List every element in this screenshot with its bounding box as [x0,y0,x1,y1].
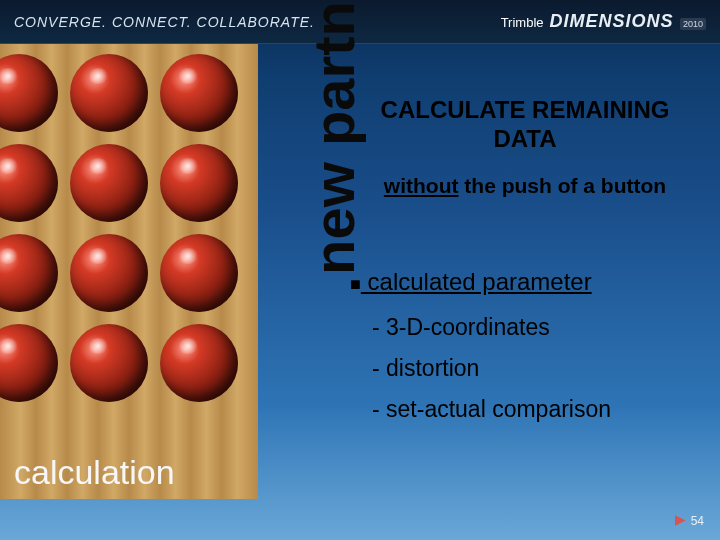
image-caption: calculation [14,453,175,492]
page-number: 54 [675,514,704,528]
square-bullet-icon: ■ [350,274,361,294]
header-logo: Trimble DIMENSIONS 2010 [501,11,706,32]
content-area: CALCULATE REMAINING DATA without the pus… [350,96,700,423]
subheadline: without the push of a button [350,174,700,198]
slide-root: CONVERGE. CONNECT. COLLABORATE. Trimble … [0,0,720,540]
bullet-sub: - set-actual comparison [372,396,700,423]
bullet-sub: - distortion [372,355,700,382]
subhead-rest: the push of a button [459,174,667,197]
logo-year: 2010 [680,18,706,30]
subhead-underlined: without [384,174,459,197]
headline-line2: DATA [493,125,556,152]
logo-brand: Trimble [501,15,544,30]
header-tagline: CONVERGE. CONNECT. COLLABORATE. [14,14,315,30]
headline: CALCULATE REMAINING DATA [350,96,700,154]
bullet-main-text: calculated parameter [361,268,592,295]
bullet-main: ■ calculated parameter [350,268,700,296]
headline-line1: CALCULATE REMAINING [381,96,670,123]
bullet-sub: - 3-D-coordinates [372,314,700,341]
bullet-list: ■ calculated parameter - 3-D-coordinates… [350,268,700,423]
logo-product: DIMENSIONS [550,11,674,31]
abacus-image [0,44,258,499]
